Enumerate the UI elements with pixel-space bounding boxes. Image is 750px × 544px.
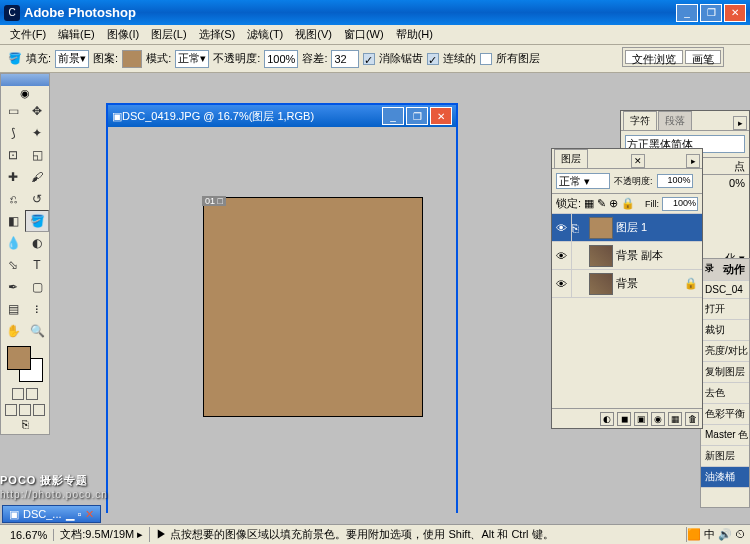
layer-style-button[interactable]: ◐	[600, 412, 614, 426]
lock-all-icon[interactable]: 🔒	[621, 197, 635, 210]
document-canvas[interactable]: 01 □	[108, 127, 456, 513]
opacity-input[interactable]: 100%	[264, 50, 298, 68]
history-item[interactable]: 亮度/对比	[701, 341, 749, 362]
contiguous-checkbox[interactable]: ✓	[427, 53, 439, 65]
history-item[interactable]: 复制图层	[701, 362, 749, 383]
doc-minimize-button[interactable]: _	[382, 107, 404, 125]
mode-select[interactable]: 正常 ▾	[175, 50, 209, 68]
path-tool[interactable]: ⬂	[1, 254, 25, 276]
history-item[interactable]: 去色	[701, 383, 749, 404]
standard-mode[interactable]	[12, 388, 24, 400]
menu-select[interactable]: 选择(S)	[193, 25, 242, 44]
pattern-swatch[interactable]	[122, 50, 142, 68]
visibility-icon[interactable]: 👁	[552, 270, 572, 298]
menu-view[interactable]: 视图(V)	[289, 25, 338, 44]
brush-tool[interactable]: 🖌	[25, 166, 49, 188]
history-brush-tool[interactable]: ↺	[25, 188, 49, 210]
history-tab[interactable]: 录	[705, 262, 714, 277]
layer-row[interactable]: 👁 背景 🔒	[552, 270, 702, 298]
menu-layer[interactable]: 图层(L)	[145, 25, 192, 44]
link-icon[interactable]: ⎘	[572, 222, 586, 234]
jump-to-icon[interactable]: ⎘	[1, 418, 49, 434]
toolbox-header[interactable]	[1, 74, 49, 86]
artboard[interactable]: 01 □	[203, 197, 423, 417]
menu-help[interactable]: 帮助(H)	[390, 25, 439, 44]
history-doc[interactable]: DSC_04	[701, 281, 749, 299]
hand-tool[interactable]: ✋	[1, 320, 25, 342]
doc-size-display[interactable]: 文档:9.5M/19M ▸	[54, 527, 150, 542]
alllayers-checkbox[interactable]	[480, 53, 492, 65]
layer-fill-input[interactable]: 100%	[662, 197, 698, 211]
layer-thumbnail[interactable]	[589, 217, 613, 239]
menu-file[interactable]: 文件(F)	[4, 25, 52, 44]
blur-tool[interactable]: 💧	[1, 232, 25, 254]
antialias-checkbox[interactable]: ✓	[363, 53, 375, 65]
lock-pixels-icon[interactable]: ▦	[584, 197, 594, 210]
quickmask-mode[interactable]	[26, 388, 38, 400]
minimize-button[interactable]: _	[676, 4, 698, 22]
heal-tool[interactable]: ✚	[1, 166, 25, 188]
screen-mode-1[interactable]	[5, 404, 17, 416]
layer-name[interactable]: 背景	[616, 276, 638, 291]
char-panel-menu[interactable]: ▸	[733, 116, 747, 130]
dodge-tool[interactable]: ◐	[25, 232, 49, 254]
menu-filter[interactable]: 滤镜(T)	[241, 25, 289, 44]
layer-mask-button[interactable]: ◼	[617, 412, 631, 426]
layers-tab[interactable]: 图层	[554, 149, 588, 168]
menu-image[interactable]: 图像(I)	[101, 25, 145, 44]
history-item[interactable]: 裁切	[701, 320, 749, 341]
slice-tool[interactable]: ◱	[25, 144, 49, 166]
history-item[interactable]: 新图层	[701, 446, 749, 467]
bucket-tool[interactable]: 🪣	[25, 210, 49, 232]
menu-edit[interactable]: 编辑(E)	[52, 25, 101, 44]
maximize-button[interactable]: ❐	[700, 4, 722, 22]
shape-tool[interactable]: ▢	[25, 276, 49, 298]
layer-opacity-input[interactable]: 100%	[657, 174, 693, 188]
lock-brush-icon[interactable]: ✎	[597, 197, 606, 210]
type-tool[interactable]: T	[25, 254, 49, 276]
history-item[interactable]: 色彩平衡	[701, 404, 749, 425]
layers-panel-menu[interactable]: ▸	[686, 154, 700, 168]
lasso-tool[interactable]: ⟆	[1, 122, 25, 144]
eraser-tool[interactable]: ◧	[1, 210, 25, 232]
move-tool[interactable]: ✥	[25, 100, 49, 122]
document-titlebar[interactable]: ▣ DSC_0419.JPG @ 16.7%(图层 1,RGB) _ ❐ ✕	[108, 105, 456, 127]
zoom-tool[interactable]: 🔍	[25, 320, 49, 342]
adjustment-button[interactable]: ◉	[651, 412, 665, 426]
new-layer-button[interactable]: ▦	[668, 412, 682, 426]
paragraph-tab[interactable]: 段落	[658, 111, 692, 130]
close-button[interactable]: ✕	[724, 4, 746, 22]
layer-row[interactable]: 👁 ⎘ 图层 1	[552, 214, 702, 242]
foreground-color[interactable]	[7, 346, 31, 370]
layer-thumbnail[interactable]	[589, 245, 613, 267]
visibility-icon[interactable]: 👁	[552, 242, 572, 270]
eyedropper-tool[interactable]: ⫶	[25, 298, 49, 320]
visibility-icon[interactable]: 👁	[552, 214, 572, 242]
doc-maximize-button[interactable]: ❐	[406, 107, 428, 125]
layer-thumbnail[interactable]	[589, 273, 613, 295]
history-item[interactable]: 油漆桶	[701, 467, 749, 488]
layer-name[interactable]: 背景 副本	[616, 248, 663, 263]
doc-close-button[interactable]: ✕	[430, 107, 452, 125]
screen-mode-3[interactable]	[33, 404, 45, 416]
document-tab[interactable]: ▣ DSC_... ▁ ▫ ✕	[2, 505, 101, 523]
color-picker[interactable]	[7, 346, 43, 382]
lock-move-icon[interactable]: ⊕	[609, 197, 618, 210]
history-item[interactable]: Master 色	[701, 425, 749, 446]
doc-tab-min[interactable]: ▁	[66, 508, 74, 521]
tolerance-input[interactable]: 32	[331, 50, 359, 68]
menu-window[interactable]: 窗口(W)	[338, 25, 390, 44]
layer-set-button[interactable]: ▣	[634, 412, 648, 426]
tray-icons[interactable]: 🟧 中 🔊 ⏲	[687, 527, 746, 542]
crop-tool[interactable]: ⊡	[1, 144, 25, 166]
delete-layer-button[interactable]: 🗑	[685, 412, 699, 426]
actions-tab[interactable]: 动作	[723, 262, 745, 277]
marquee-tool[interactable]: ▭	[1, 100, 25, 122]
file-browse-button[interactable]: 文件浏览	[625, 50, 683, 64]
history-item[interactable]: 打开	[701, 299, 749, 320]
layer-row[interactable]: 👁 背景 副本	[552, 242, 702, 270]
screen-mode-2[interactable]	[19, 404, 31, 416]
stamp-tool[interactable]: ⎌	[1, 188, 25, 210]
wand-tool[interactable]: ✦	[25, 122, 49, 144]
blend-mode-select[interactable]: 正常 ▾	[556, 173, 610, 189]
